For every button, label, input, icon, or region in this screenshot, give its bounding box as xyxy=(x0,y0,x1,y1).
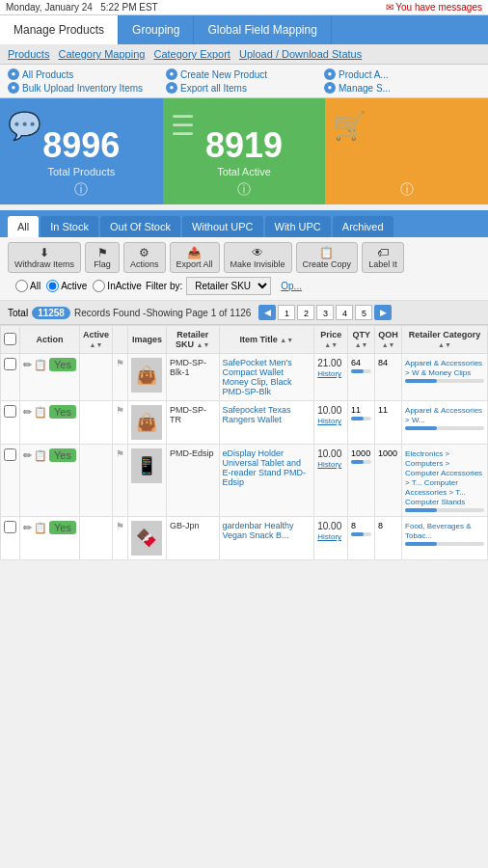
edit-icon[interactable]: ✏ xyxy=(23,449,32,462)
radio-all-label[interactable]: All xyxy=(15,280,41,292)
subnav-upload-download[interactable]: Upload / Download Status xyxy=(239,48,362,60)
quicklink-bulk-upload[interactable]: ● Bulk Upload Inventory Items xyxy=(8,82,164,94)
row-checkbox[interactable] xyxy=(4,405,16,418)
qty-progress-bar xyxy=(351,460,371,464)
select-all-checkbox[interactable] xyxy=(4,333,16,345)
qty-progress-fill xyxy=(351,460,364,464)
row-checkbox[interactable] xyxy=(4,358,16,370)
action-icons: ✏ 📋 Yes xyxy=(23,405,76,419)
subnav-category-mapping[interactable]: Category Mapping xyxy=(58,48,145,60)
filter-tab-withupc[interactable]: With UPC xyxy=(265,216,331,237)
quicklink-export-all[interactable]: ● Export all Items xyxy=(166,82,322,94)
info-icon-products[interactable]: ⓘ xyxy=(74,181,88,199)
flag-cell: ⚑ xyxy=(112,517,127,560)
subnav-category-export[interactable]: Category Export xyxy=(153,48,230,60)
filter-tab-instock[interactable]: In Stock xyxy=(41,216,98,237)
tab-global-field-mapping[interactable]: Global Field Mapping xyxy=(194,15,331,44)
copy-row-icon[interactable]: 📋 xyxy=(34,406,47,419)
page-4[interactable]: 4 xyxy=(336,305,353,320)
filter-tab-all[interactable]: All xyxy=(8,216,39,237)
history-link[interactable]: History xyxy=(317,417,341,425)
table-row: ✏ 📋 Yes ⚑ 🍫 GB-Jpn gardenbar Healthy Veg… xyxy=(1,517,488,560)
sort-qty[interactable]: ▲▼ xyxy=(355,341,368,348)
flag-icon[interactable]: ⚑ xyxy=(116,358,124,368)
title-cell: eDisplay Holder Universal Tablet and E-r… xyxy=(219,445,314,517)
page-2[interactable]: 2 xyxy=(297,305,314,320)
yes-badge[interactable]: Yes xyxy=(49,405,76,419)
radio-inactive-label[interactable]: InActive xyxy=(93,280,142,292)
sort-sku[interactable]: ▲▼ xyxy=(197,341,210,348)
messages-link[interactable]: ✉ You have messages xyxy=(386,2,482,13)
category-text[interactable]: Apparel & Accessories > W... xyxy=(405,406,482,424)
prev-page-button[interactable]: ◀ xyxy=(258,305,276,320)
sort-active[interactable]: ▲▼ xyxy=(90,341,103,348)
filter-tab-archived[interactable]: Archived xyxy=(333,216,393,237)
category-text[interactable]: Electronics > Computers > Computer Acces… xyxy=(405,449,482,506)
copy-row-icon[interactable]: 📋 xyxy=(34,522,47,534)
actions-icon: ⚙ xyxy=(130,246,159,259)
item-title: eDisplay Holder Universal Tablet and E-r… xyxy=(223,448,307,487)
sort-cat[interactable]: ▲▼ xyxy=(438,341,451,348)
export-all-button[interactable]: 📤Export All xyxy=(170,242,220,273)
tab-manage-products[interactable]: Manage Products xyxy=(0,15,119,44)
total-products-label: Total Products xyxy=(47,166,115,177)
flag-icon[interactable]: ⚑ xyxy=(116,448,124,459)
quicklink-manage-s[interactable]: ● Manage S... xyxy=(324,82,480,94)
edit-icon[interactable]: ✏ xyxy=(23,406,32,419)
category-text[interactable]: Apparel & Accessories > W & Money Clips xyxy=(405,359,482,377)
create-copy-button[interactable]: 📋Create Copy xyxy=(296,242,359,273)
image-cell: 👜 xyxy=(127,354,166,401)
yes-badge[interactable]: Yes xyxy=(49,448,76,462)
copy-row-icon[interactable]: 📋 xyxy=(34,449,47,462)
history-link[interactable]: History xyxy=(317,460,341,469)
info-icon-cart[interactable]: ⓘ xyxy=(400,181,414,199)
records-text: Records Found -Showing Page 1 of 1126 xyxy=(74,308,251,318)
sort-title[interactable]: ▲▼ xyxy=(280,337,293,343)
page-3[interactable]: 3 xyxy=(316,305,334,320)
actions-button[interactable]: ⚙Actions xyxy=(123,242,166,273)
yes-badge[interactable]: Yes xyxy=(49,521,76,534)
flag-icon[interactable]: ⚑ xyxy=(116,405,124,416)
op-link[interactable]: Op... xyxy=(281,281,302,291)
header-active: Active ▲▼ xyxy=(79,326,112,354)
filter-tab-withoutupc[interactable]: Without UPC xyxy=(182,216,263,237)
next-page-button[interactable]: ▶ xyxy=(374,305,392,320)
filter-by-select[interactable]: Retailer SKU Title UPC Category xyxy=(186,277,271,295)
tab-grouping[interactable]: Grouping xyxy=(119,15,194,44)
edit-icon[interactable]: ✏ xyxy=(23,522,32,534)
sort-qoh[interactable]: ▲▼ xyxy=(382,341,395,348)
page-1[interactable]: 1 xyxy=(278,305,295,320)
row-checkbox[interactable] xyxy=(4,521,16,533)
history-link[interactable]: History xyxy=(317,532,341,541)
quicklink-product-a[interactable]: ● Product A... xyxy=(324,68,480,80)
history-link[interactable]: History xyxy=(317,369,341,378)
make-invisible-button[interactable]: 👁Make Invisible xyxy=(224,242,292,273)
total-active-label: Total Active xyxy=(217,166,271,177)
subnav-products[interactable]: Products xyxy=(8,48,49,60)
flag-icon[interactable]: ⚑ xyxy=(116,521,124,531)
label-it-button[interactable]: 🏷Label It xyxy=(362,242,404,273)
stats-row: 💬 8996 Total Products ⓘ ☰ 8919 Total Act… xyxy=(0,98,488,204)
info-icon-active[interactable]: ⓘ xyxy=(237,181,251,199)
pagination-bar: Total 11258 Records Found -Showing Page … xyxy=(0,301,488,325)
flag-button[interactable]: ⚑Flag xyxy=(85,242,120,273)
table-row: ✏ 📋 Yes ⚑ 👜 PMD-SP-TR Safepocket Texas R… xyxy=(1,401,488,445)
row-checkbox[interactable] xyxy=(4,448,16,461)
edit-icon[interactable]: ✏ xyxy=(23,359,32,371)
withdraw-items-button[interactable]: ⬇Withdraw Items xyxy=(8,242,81,273)
copy-row-icon[interactable]: 📋 xyxy=(34,359,47,371)
quicklink-create-product[interactable]: ● Create New Product xyxy=(166,68,322,80)
radio-active[interactable] xyxy=(46,280,59,292)
radio-all[interactable] xyxy=(15,280,28,292)
quicklink-all-products[interactable]: ● All Products xyxy=(8,68,164,80)
yes-badge[interactable]: Yes xyxy=(49,358,76,371)
filter-tab-outofstock[interactable]: Out Of Stock xyxy=(100,216,180,237)
radio-active-label[interactable]: Active xyxy=(46,280,87,292)
withdraw-icon: ⬇ xyxy=(14,246,74,259)
qoh-cell: 11 xyxy=(375,401,402,445)
cat-progress-bar xyxy=(405,508,484,512)
radio-inactive[interactable] xyxy=(93,280,105,292)
category-text[interactable]: Food, Beverages & Tobac... xyxy=(405,522,471,540)
sort-price[interactable]: ▲▼ xyxy=(324,341,338,348)
page-5[interactable]: 5 xyxy=(355,305,372,320)
